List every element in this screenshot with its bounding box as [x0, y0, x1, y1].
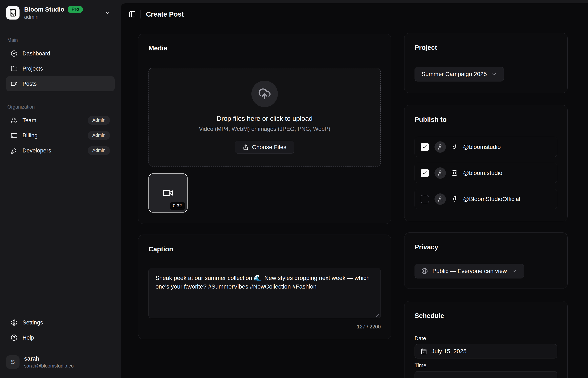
sidebar-item-label: Settings	[23, 319, 43, 326]
org-logo	[6, 6, 20, 20]
user-icon	[437, 144, 443, 150]
schedule-card-title: Schedule	[414, 311, 557, 320]
schedule-card: Schedule Date July 15, 2025 Time	[404, 301, 568, 378]
account-checkbox-unchecked[interactable]	[421, 195, 429, 203]
project-selected-value: Summer Campaign 2025	[421, 71, 487, 78]
help-icon	[11, 334, 17, 341]
caption-card: Caption Sneak peek at our summer collect…	[138, 235, 391, 339]
user-name: sarah	[24, 355, 74, 362]
section-label-organization: Organization	[7, 104, 115, 110]
role-badge: Admin	[88, 131, 110, 140]
building-icon	[9, 9, 17, 17]
publish-card: Publish to @bloomstudio	[404, 105, 568, 221]
gear-icon	[11, 319, 17, 326]
privacy-selected-value: Public — Everyone can view	[432, 268, 507, 274]
users-icon	[11, 117, 17, 124]
check-icon	[422, 144, 428, 150]
upload-icon	[243, 144, 249, 150]
dropzone-title: Drop files here or click to upload	[216, 115, 312, 122]
sidebar: Bloom Studio Pro admin Main Dashboard Pr…	[0, 0, 121, 378]
sidebar-item-settings[interactable]: Settings	[6, 315, 115, 330]
sidebar-item-help[interactable]: Help	[6, 330, 115, 345]
key-icon	[11, 147, 17, 154]
date-value: July 15, 2025	[431, 348, 467, 355]
sidebar-item-dashboard[interactable]: Dashboard	[6, 46, 115, 61]
user-email: sarah@bloomstudio.co	[24, 363, 74, 369]
video-icon	[162, 188, 174, 198]
file-dropzone[interactable]: Drop files here or click to upload Video…	[148, 68, 381, 166]
privacy-select[interactable]: Public — Everyone can view	[414, 264, 524, 278]
resize-handle[interactable]	[375, 313, 379, 318]
date-input[interactable]: July 15, 2025	[414, 344, 557, 358]
publish-card-title: Publish to	[414, 115, 557, 124]
sidebar-item-projects[interactable]: Projects	[6, 61, 115, 76]
account-row-instagram[interactable]: @bloom.studio	[414, 163, 557, 183]
globe-icon	[421, 268, 428, 274]
account-checkbox-checked[interactable]	[421, 169, 429, 177]
folder-icon	[11, 65, 17, 72]
section-label-main: Main	[7, 37, 115, 43]
left-column: Media Drop files here or click to upload…	[138, 25, 391, 339]
project-card-title: Project	[414, 43, 557, 52]
sidebar-item-developers[interactable]: Developers Admin	[6, 143, 115, 158]
calendar-icon	[421, 348, 427, 354]
video-duration-badge: 0:32	[170, 202, 185, 210]
dropzone-subtitle: Video (MP4, WebM) or images (JPEG, PNG, …	[199, 126, 330, 132]
chevron-down-icon	[105, 10, 111, 16]
project-select[interactable]: Summer Campaign 2025	[414, 67, 504, 81]
org-role: admin	[24, 14, 83, 20]
sidebar-toggle-button[interactable]	[129, 11, 136, 18]
sidebar-item-team[interactable]: Team Admin	[6, 113, 115, 128]
account-avatar	[434, 193, 446, 205]
sidebar-item-label: Projects	[23, 66, 43, 72]
org-name: Bloom Studio	[24, 6, 64, 13]
chevron-down-icon	[491, 71, 497, 77]
user-icon	[437, 170, 443, 176]
media-card: Media Drop files here or click to upload…	[138, 34, 391, 224]
caption-input[interactable]: Sneak peek at our summer collection 🌊 Ne…	[148, 268, 381, 318]
avatar: S	[6, 355, 20, 369]
privacy-card-title: Privacy	[414, 243, 557, 251]
role-badge: Admin	[88, 116, 110, 125]
date-label: Date	[414, 335, 557, 342]
account-avatar	[434, 167, 446, 179]
choose-files-label: Choose Files	[252, 144, 286, 150]
sidebar-item-posts[interactable]: Posts	[6, 76, 115, 91]
sidebar-item-label: Posts	[23, 81, 37, 87]
main-panel: Create Post Media Drop files here or cli…	[121, 3, 588, 378]
time-input[interactable]	[414, 371, 557, 378]
account-avatar	[434, 141, 446, 153]
topbar-divider	[140, 10, 141, 18]
nav-main: Dashboard Projects Posts	[6, 46, 115, 91]
account-row-tiktok[interactable]: @bloomstudio	[414, 137, 557, 157]
sidebar-item-billing[interactable]: Billing Admin	[6, 128, 115, 143]
character-counter: 127 / 2200	[148, 324, 381, 330]
account-handle: @bloomstudio	[463, 144, 501, 150]
privacy-card: Privacy Public — Everyone can view	[404, 232, 568, 289]
cloud-upload-icon	[258, 87, 271, 100]
user-menu[interactable]: S sarah sarah@bloomstudio.co	[6, 355, 115, 369]
content: Media Drop files here or click to upload…	[121, 25, 588, 378]
check-icon	[422, 170, 428, 176]
user-icon	[437, 196, 443, 202]
choose-files-button[interactable]: Choose Files	[235, 141, 294, 154]
chevron-down-icon	[512, 268, 517, 274]
role-badge: Admin	[88, 146, 110, 155]
time-label: Time	[414, 362, 557, 369]
org-switcher[interactable]: Bloom Studio Pro admin	[6, 6, 115, 20]
right-column: Project Summer Campaign 2025 Publish to	[404, 25, 568, 378]
sidebar-item-label: Team	[23, 117, 36, 124]
sidebar-item-label: Dashboard	[23, 50, 50, 57]
account-checkbox-checked[interactable]	[421, 143, 429, 151]
nav-footer: Settings Help	[6, 315, 115, 345]
account-row-facebook[interactable]: @BloomStudioOfficial	[414, 189, 557, 209]
sidebar-item-label: Billing	[23, 132, 38, 139]
video-thumbnail[interactable]: 0:32	[148, 174, 187, 213]
tiktok-icon	[451, 144, 458, 150]
gauge-icon	[11, 50, 17, 57]
topbar: Create Post	[121, 3, 588, 25]
account-handle: @bloom.studio	[463, 170, 502, 176]
sidebar-item-label: Developers	[23, 148, 51, 154]
account-handle: @BloomStudioOfficial	[463, 196, 520, 202]
panel-left-icon	[129, 11, 136, 18]
